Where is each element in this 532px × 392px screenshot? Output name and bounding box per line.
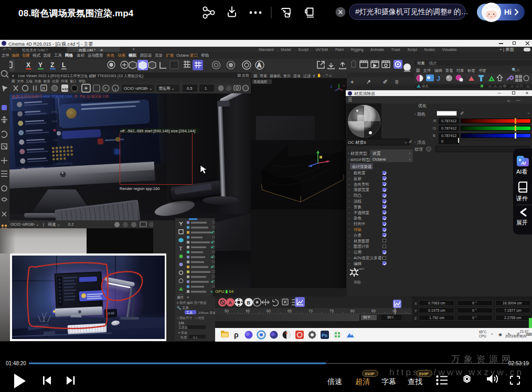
svg-text:1: 1 [205,86,207,91]
svg-text:85: 85 [371,309,376,313]
svg-text:50: 50 [225,309,229,313]
svg-text:T: T [179,246,183,251]
svg-text:L: L [62,61,66,69]
svg-text:ρ: ρ [234,331,239,339]
svg-text:60: 60 [267,309,271,313]
svg-text:J: J [437,75,440,82]
svg-text:X: X [26,61,30,69]
svg-text:80: 80 [350,309,355,313]
svg-text:55: 55 [246,309,250,313]
svg-text:R: R [42,86,46,91]
svg-text:75: 75 [329,309,334,313]
svg-text:A: A [229,300,232,305]
svg-text:B: B [247,300,251,305]
svg-text:70: 70 [308,309,313,313]
svg-text:AI: AI [520,161,526,166]
svg-text:Y: Y [38,61,42,69]
svg-text:Ps: Ps [322,333,327,338]
svg-text:HELP: HELP [359,268,365,270]
svg-text:90: 90 [392,309,397,313]
svg-text:需应用 ⌄: 需应用 ⌄ [158,86,175,91]
svg-text:Z: Z [50,61,54,69]
svg-text:65: 65 [288,309,292,313]
svg-text:F: F [104,86,107,91]
svg-text:A: A [257,62,261,68]
svg-text:界具: 界具 [422,84,429,88]
svg-text:OCIO ‹sRGB› ⌄: OCIO ‹sRGB› ⌄ [124,86,153,91]
svg-text:KS21: KS21 [62,88,71,91]
svg-text:x: x [343,84,345,87]
svg-text:0.5: 0.5 [187,86,192,91]
svg-text:2: 2 [331,85,332,88]
